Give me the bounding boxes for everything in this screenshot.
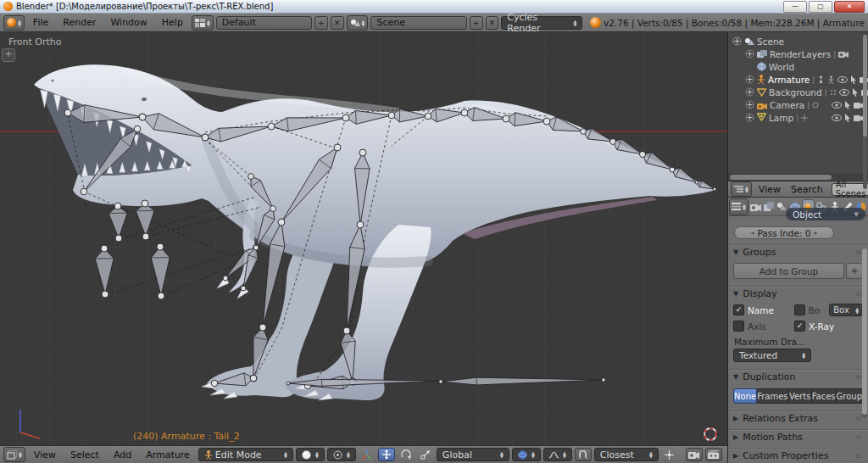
editor-type-selector[interactable]: ▲▼ xyxy=(3,15,25,31)
proportional-edit-select[interactable]: ▲▼ xyxy=(543,448,572,461)
window-title: Blender* [D:\Моделирование\Проекты\Т-рек… xyxy=(16,2,273,11)
manipulator-axes-toggle[interactable] xyxy=(359,448,376,461)
outliner-row-lamp[interactable]: Lamp | xyxy=(728,111,868,124)
expand-toggle-icon[interactable] xyxy=(745,75,754,84)
duplication-panel-header[interactable]: ▼ Duplication ≡ xyxy=(728,369,868,384)
view-menu[interactable]: View xyxy=(28,449,62,460)
render-engine-select[interactable]: Cycles Render ▲▼ xyxy=(501,16,582,30)
translate-manipulator-toggle[interactable] xyxy=(378,448,395,461)
layout-name-field[interactable]: Default xyxy=(216,16,313,30)
transform-orientation-select[interactable]: Global ▲▼ xyxy=(437,448,509,461)
properties-editor-selector[interactable]: ▲▼ xyxy=(729,198,748,215)
relations-extras-panel-header[interactable]: ▶ Relations Extras ≡ xyxy=(728,410,868,426)
rotate-manipulator-toggle[interactable] xyxy=(398,448,415,461)
custom-properties-panel-header[interactable]: ▶ Custom Properties ≡ xyxy=(728,448,868,463)
outliner-row-world[interactable]: World xyxy=(728,60,868,73)
select-menu[interactable]: Select xyxy=(64,449,105,460)
visibility-eye-icon[interactable] xyxy=(832,102,842,109)
duplication-none-button[interactable]: None xyxy=(733,388,757,404)
mode-select[interactable]: Edit Mode ▲▼ xyxy=(198,448,293,461)
opengl-render-animation-button[interactable] xyxy=(705,448,722,461)
outliner-editor[interactable]: Scene RenderLayers | World Armature xyxy=(728,32,868,173)
menu-help[interactable]: Help xyxy=(156,17,189,28)
viewport-canvas[interactable] xyxy=(0,32,727,445)
screen-layout-icon-button[interactable]: ▲▼ xyxy=(192,15,214,31)
render-animation-icon xyxy=(708,450,719,459)
bounds-checkbox[interactable]: Bo xyxy=(794,304,828,315)
outliner-vertical-scrollbar[interactable] xyxy=(863,35,867,189)
tab-render-layers[interactable] xyxy=(762,199,775,215)
add-scene-button[interactable]: + xyxy=(470,16,483,30)
duplication-frames-button[interactable]: Frames xyxy=(757,388,788,404)
menu-window[interactable]: Window xyxy=(104,17,153,28)
visibility-eye-icon[interactable] xyxy=(839,89,849,96)
snap-toggle[interactable] xyxy=(575,448,592,461)
bounds-type-select[interactable]: Box ▲▼ xyxy=(829,304,863,316)
pivot-point-select[interactable]: ▲▼ xyxy=(327,448,356,461)
3d-viewport[interactable]: Front Ortho + (240) Armature : Tail_2 xyxy=(0,32,727,445)
duplication-faces-button[interactable]: Faces xyxy=(812,388,837,404)
menu-render[interactable]: Render xyxy=(57,17,102,28)
scene-name-field[interactable]: Scene xyxy=(370,16,467,30)
pass-index-field[interactable]: ◂ Pass Inde: 0 ▸ xyxy=(734,226,834,239)
delete-scene-button[interactable]: ✕ xyxy=(486,16,499,30)
scene-tab-icon xyxy=(776,202,787,211)
armature-menu[interactable]: Armature xyxy=(140,449,196,460)
snap-element-select[interactable]: Closest ▲▼ xyxy=(594,448,659,461)
scene-icon-button[interactable]: ▲▼ xyxy=(347,15,369,31)
axes-icon xyxy=(361,449,372,460)
properties-vertical-scrollbar[interactable] xyxy=(862,248,867,418)
expand-toggle-icon[interactable] xyxy=(732,36,742,46)
selectability-cursor-icon[interactable] xyxy=(844,101,851,109)
duplication-verts-button[interactable]: Verts xyxy=(789,388,812,404)
selectability-cursor-icon[interactable] xyxy=(844,114,851,122)
outliner-view-menu[interactable]: View xyxy=(755,184,784,195)
tab-render[interactable] xyxy=(749,199,762,215)
selectability-cursor-icon[interactable] xyxy=(850,75,857,84)
expand-toggle-icon[interactable] xyxy=(745,49,754,59)
expand-toggle-icon[interactable] xyxy=(745,113,754,122)
viewport-editor-selector[interactable]: ▲▼ xyxy=(3,447,25,462)
visibility-eye-icon[interactable] xyxy=(837,76,848,83)
selectability-cursor-icon[interactable] xyxy=(852,88,859,97)
camera-data-icon xyxy=(812,102,819,109)
add-layout-button[interactable]: + xyxy=(314,16,328,30)
motion-paths-panel-header[interactable]: ▶ Motion Paths ≡ xyxy=(728,429,868,444)
outliner-row-camera[interactable]: Camera | xyxy=(728,98,868,111)
visibility-eye-icon[interactable] xyxy=(832,114,842,121)
outliner-editor-selector[interactable]: ▲▼ xyxy=(731,181,752,197)
opengl-render-image-button[interactable] xyxy=(686,448,703,461)
expand-toggle-icon[interactable] xyxy=(745,87,754,97)
name-checkbox[interactable]: ✓ Name xyxy=(733,304,794,315)
renderlayers-icon xyxy=(757,50,767,59)
minimize-button[interactable]: — xyxy=(783,1,807,13)
outliner-row-background[interactable]: Background | xyxy=(728,86,868,98)
maximize-button[interactable]: ▢ xyxy=(809,1,832,13)
orientation-widget-select[interactable]: ▲▼ xyxy=(512,448,541,461)
delete-layout-button[interactable]: ✕ xyxy=(331,16,344,30)
expand-toggle-icon[interactable] xyxy=(745,100,754,109)
add-to-group-button[interactable]: Add to Group xyxy=(733,263,844,279)
render-toggle-icon[interactable] xyxy=(838,50,849,58)
new-group-button[interactable]: + xyxy=(846,263,863,279)
draw-type-select[interactable]: Textured ▲▼ xyxy=(733,349,811,362)
display-panel-header[interactable]: ▼ Display ≡ xyxy=(728,286,868,301)
menu-file[interactable]: File xyxy=(27,17,54,28)
close-button[interactable]: ✕ xyxy=(834,1,865,13)
axis-checkbox[interactable]: Axis xyxy=(733,321,794,332)
snap-target-button[interactable] xyxy=(661,448,678,461)
viewport-shading-select[interactable]: ▲▼ xyxy=(296,448,325,461)
duplication-group-button[interactable]: Group xyxy=(837,388,863,404)
outliner-search-menu[interactable]: Search xyxy=(787,184,826,195)
region-expand-handle[interactable]: + xyxy=(2,48,15,62)
snap-target-icon xyxy=(665,450,674,460)
info-header: ▲▼ File Render Window Help ▲▼ Default + … xyxy=(0,14,868,32)
groups-panel-header[interactable]: ▼ Groups ≡ xyxy=(728,244,868,259)
xray-checkbox[interactable]: ✓ X-Ray xyxy=(794,321,855,332)
scale-manipulator-toggle[interactable] xyxy=(417,448,434,461)
outliner-row-armature[interactable]: Armature | xyxy=(728,73,868,86)
outliner-row-scene[interactable]: Scene xyxy=(728,35,868,47)
translate-icon xyxy=(381,449,392,460)
add-menu[interactable]: Add xyxy=(108,449,137,460)
outliner-row-renderlayers[interactable]: RenderLayers | xyxy=(728,47,868,60)
